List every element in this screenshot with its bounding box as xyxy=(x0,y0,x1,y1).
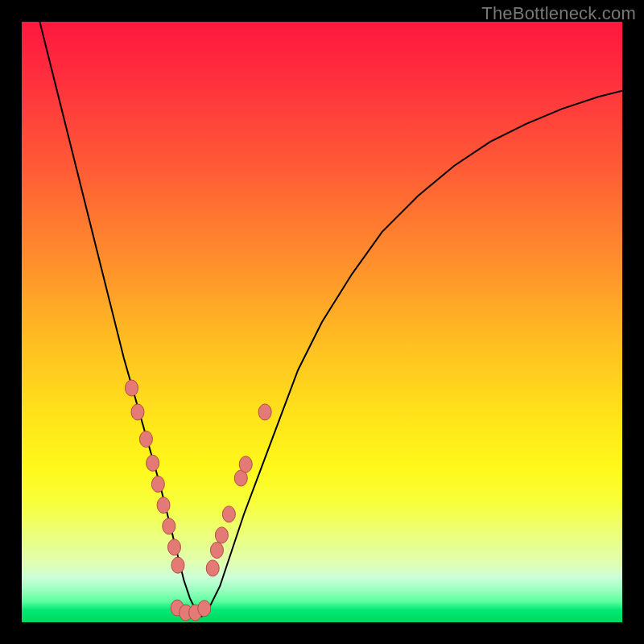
data-marker xyxy=(167,539,180,555)
data-marker xyxy=(215,527,228,543)
data-marker xyxy=(139,431,152,447)
data-marker xyxy=(210,542,223,558)
data-marker xyxy=(151,476,164,492)
data-marker xyxy=(206,560,219,576)
data-marker xyxy=(198,601,211,617)
data-marker xyxy=(222,506,235,522)
data-marker xyxy=(126,380,138,396)
data-marker xyxy=(157,497,170,514)
data-marker xyxy=(239,456,252,473)
data-marker xyxy=(147,455,159,471)
chart-plot-area xyxy=(22,22,622,622)
chart-frame: TheBottleneck.com xyxy=(0,0,644,644)
data-marker xyxy=(163,518,175,535)
data-marker xyxy=(258,404,271,420)
watermark-text: TheBottleneck.com xyxy=(481,3,636,24)
data-marker xyxy=(131,404,144,420)
chart-svg xyxy=(22,22,622,622)
data-marker xyxy=(171,557,184,573)
bottleneck-curve xyxy=(39,22,622,617)
